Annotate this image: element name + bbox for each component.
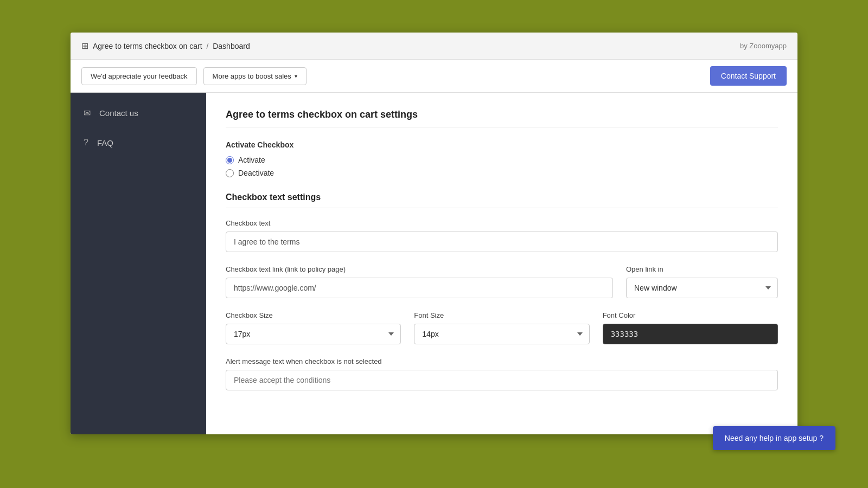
radio-activate-input[interactable]: [226, 156, 234, 164]
email-icon: ✉: [84, 108, 91, 118]
link-row: Checkbox text link (link to policy page)…: [226, 265, 778, 311]
by-label: by Zooomyapp: [740, 42, 787, 50]
activate-section: Activate Checkbox Activate Deactivate: [226, 140, 778, 177]
link-input[interactable]: [226, 278, 613, 298]
sidebar: ✉ Contact us ? FAQ: [71, 93, 206, 434]
toolbar: We'd appreciate your feedback More apps …: [71, 60, 797, 93]
activate-radio-group: Activate Deactivate: [226, 156, 778, 177]
breadcrumb: Agree to terms checkbox on cart / Dashbo…: [93, 42, 250, 50]
help-icon: ?: [84, 138, 88, 147]
more-apps-button[interactable]: More apps to boost sales ▾: [203, 67, 307, 85]
font-color-label: Font Color: [603, 311, 778, 319]
font-size-label: Font Size: [414, 311, 589, 319]
open-link-field: Open link in New window Same window: [626, 265, 778, 298]
app-name: Agree to terms checkbox on cart: [93, 42, 202, 50]
radio-deactivate[interactable]: Deactivate: [226, 169, 778, 177]
checkbox-size-select[interactable]: 17px 14px 12px 16px 18px 20px: [226, 324, 401, 344]
chevron-down-icon: ▾: [295, 73, 297, 79]
grid-icon: ⊞: [81, 41, 88, 51]
contact-support-button[interactable]: Contact Support: [710, 66, 787, 86]
breadcrumb-separator: /: [206, 42, 208, 50]
font-color-field: Font Color 333333: [603, 311, 778, 344]
header: ⊞ Agree to terms checkbox on cart / Dash…: [71, 33, 797, 60]
sidebar-label-faq: FAQ: [97, 138, 113, 147]
more-apps-label: More apps to boost sales: [213, 72, 291, 80]
feedback-button[interactable]: We'd appreciate your feedback: [81, 67, 197, 85]
activate-title: Activate Checkbox: [226, 140, 778, 149]
font-color-input[interactable]: 333333: [603, 324, 778, 344]
checkbox-text-field: Checkbox text: [226, 219, 778, 252]
font-size-select[interactable]: 14px 12px 13px 15px 16px 18px: [414, 324, 589, 344]
sidebar-item-contact-us[interactable]: ✉ Contact us: [71, 98, 206, 128]
font-size-field: Font Size 14px 12px 13px 15px 16px 18px: [414, 311, 589, 344]
sidebar-label-contact-us: Contact us: [99, 108, 138, 118]
radio-deactivate-label: Deactivate: [238, 169, 274, 177]
radio-deactivate-input[interactable]: [226, 169, 234, 177]
app-window: ⊞ Agree to terms checkbox on cart / Dash…: [71, 33, 797, 434]
radio-activate[interactable]: Activate: [226, 156, 778, 164]
link-label: Checkbox text link (link to policy page): [226, 265, 613, 273]
size-color-row: Checkbox Size 17px 14px 12px 16px 18px 2…: [226, 311, 778, 357]
alert-message-field: Alert message text when checkbox is not …: [226, 357, 778, 390]
checkbox-text-settings-title: Checkbox text settings: [226, 192, 778, 208]
radio-activate-label: Activate: [238, 156, 265, 164]
page-title: Agree to terms checkbox on cart settings: [226, 109, 778, 127]
link-field: Checkbox text link (link to policy page): [226, 265, 613, 298]
header-left: ⊞ Agree to terms checkbox on cart / Dash…: [81, 41, 250, 51]
main-content: Agree to terms checkbox on cart settings…: [206, 93, 797, 434]
help-banner[interactable]: Need any help in app setup ?: [713, 426, 835, 450]
open-link-select[interactable]: New window Same window: [626, 278, 778, 298]
body-layout: ✉ Contact us ? FAQ Agree to terms checkb…: [71, 93, 797, 434]
open-link-label: Open link in: [626, 265, 778, 273]
checkbox-size-field: Checkbox Size 17px 14px 12px 16px 18px 2…: [226, 311, 401, 344]
checkbox-text-input[interactable]: [226, 232, 778, 252]
checkbox-size-label: Checkbox Size: [226, 311, 401, 319]
checkbox-text-label: Checkbox text: [226, 219, 778, 227]
sidebar-item-faq[interactable]: ? FAQ: [71, 128, 206, 157]
alert-message-input[interactable]: [226, 370, 778, 390]
page-name: Dashboard: [213, 42, 250, 50]
alert-message-label: Alert message text when checkbox is not …: [226, 357, 778, 365]
